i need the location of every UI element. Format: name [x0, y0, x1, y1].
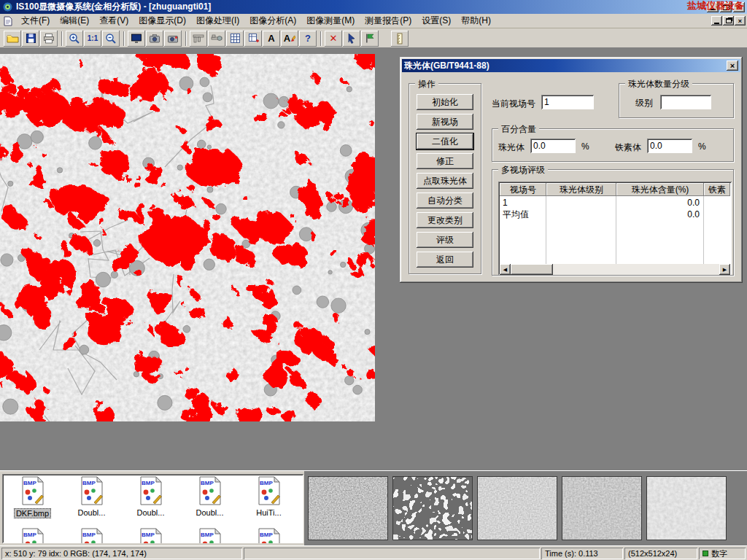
zoom-out-button[interactable] [102, 31, 120, 47]
pointer-button[interactable] [343, 31, 360, 47]
mdi-restore-button[interactable] [723, 16, 734, 26]
menu-image-measure[interactable]: 图像测量(M) [301, 13, 360, 28]
col-pearlite-content[interactable]: 珠光体含量(%) [616, 183, 704, 196]
grading-group: 珠光体数量分级 级别 [619, 83, 734, 118]
file-item[interactable]: Doubl... [181, 476, 239, 518]
file-name: Doubl... [136, 508, 166, 517]
file-name: DKF.bmp [14, 508, 51, 518]
cursor-position-status: x: 510 y: 79 idx: 0 RGB: (174, 174, 174) [1, 548, 242, 559]
caliper-button[interactable] [190, 31, 207, 47]
pencil-icon [290, 35, 295, 42]
monitor-icon [131, 33, 142, 44]
minimize-button[interactable] [707, 2, 719, 12]
save-button[interactable] [22, 31, 39, 47]
measure-grid-button[interactable] [226, 31, 244, 47]
table-row[interactable]: 平均值 0.0 [500, 209, 730, 220]
mdi-close-icon: × [738, 18, 742, 25]
text-label-button[interactable]: A [263, 31, 280, 47]
file-item-partial[interactable] [63, 528, 120, 543]
zoom-in-button[interactable] [66, 31, 83, 47]
text-edit-button[interactable]: A [281, 31, 298, 47]
file-item-partial[interactable] [181, 528, 239, 543]
dialog-close-button[interactable]: × [727, 61, 738, 71]
scrollbar-thumb[interactable] [511, 264, 553, 275]
marker-button[interactable] [361, 31, 379, 47]
actual-size-button[interactable]: 1:1 [84, 31, 101, 47]
thumbnail-1[interactable] [308, 476, 388, 540]
camera-button[interactable] [146, 31, 163, 47]
thumbnail-5[interactable] [646, 476, 727, 540]
current-field-input[interactable] [541, 95, 594, 109]
table-header-row: 视场号 珠光体级别 珠光体含量(%) 铁素 [500, 183, 730, 196]
scrollbar-track[interactable] [553, 264, 719, 275]
pick-pearlite-button[interactable]: 点取珠光体 [417, 173, 473, 189]
capture-button[interactable] [164, 31, 182, 47]
scroll-left-button[interactable]: ◀ [500, 264, 511, 275]
file-item-partial[interactable] [240, 528, 298, 543]
print-button[interactable] [40, 31, 58, 47]
close-button[interactable]: × [733, 2, 745, 12]
grade-button[interactable]: 评级 [417, 232, 473, 248]
menu-settings[interactable]: 设置(S) [417, 13, 456, 28]
save-icon [26, 33, 36, 44]
thumbnail-4[interactable] [562, 476, 642, 540]
thumbnail-2[interactable] [392, 476, 473, 540]
file-item[interactable]: DKF.bmp [4, 476, 61, 518]
col-ferrite-cut[interactable]: 铁素 [704, 183, 730, 196]
file-item-partial[interactable] [122, 528, 179, 543]
bmp-file-icon [20, 476, 44, 505]
restore-button[interactable] [720, 2, 732, 12]
grid-add-button[interactable] [244, 31, 262, 47]
open-file-button[interactable] [4, 31, 21, 47]
auto-classify-button[interactable]: 自动分类 [417, 192, 473, 209]
dialog-close-icon: × [730, 61, 735, 70]
level-label: 级别 [635, 97, 653, 109]
col-pearlite-grade[interactable]: 珠光体级别 [546, 183, 616, 196]
level-input[interactable] [660, 95, 711, 109]
thumbnail-3[interactable] [477, 476, 557, 540]
menu-edit[interactable]: 编辑(E) [55, 13, 94, 28]
menu-measure-report[interactable]: 测量报告(P) [360, 13, 417, 28]
app-icon [2, 1, 13, 12]
menu-file[interactable]: 文件(F) [16, 13, 55, 28]
menu-image-analysis[interactable]: 图像分析(A) [244, 13, 301, 28]
scroll-right-button[interactable]: ▶ [719, 264, 730, 275]
operation-group-label: 操作 [415, 78, 438, 90]
file-item-partial[interactable] [4, 528, 61, 543]
child-window-icon[interactable] [3, 16, 13, 26]
pearlite-percent-input[interactable] [530, 139, 576, 153]
new-field-button[interactable]: 新视场 [417, 114, 473, 130]
title-bar: IS100显微摄像系统(金相分析版) - [zhuguangti01] × [0, 0, 747, 14]
file-item[interactable]: Doubl... [63, 476, 120, 518]
file-item[interactable]: HuiTi... [240, 476, 298, 518]
table-row[interactable]: 1 0.0 [500, 197, 730, 209]
ferrite-percent-input[interactable] [647, 139, 692, 153]
camera-icon [149, 33, 160, 44]
toolbar-separator [123, 31, 125, 46]
table-body: 1 0.0 平均值 0.0 [500, 196, 730, 264]
mdi-close-button[interactable]: × [735, 16, 746, 26]
ruler-button[interactable] [391, 31, 409, 47]
change-class-button[interactable]: 更改类别 [417, 212, 473, 228]
file-browser: DKF.bmp Doubl... Doubl... Doubl... HuiTi… [2, 474, 303, 543]
metallographic-image[interactable] [0, 54, 375, 421]
return-button[interactable]: 返回 [417, 252, 473, 268]
capture-icon [167, 33, 179, 44]
display-button[interactable] [128, 31, 145, 47]
micrometer-button[interactable] [208, 31, 225, 47]
col-field-number[interactable]: 视场号 [500, 183, 546, 196]
file-item[interactable]: Doubl... [122, 476, 179, 518]
delete-button[interactable]: ✕ [325, 31, 342, 47]
menu-help[interactable]: 帮助(H) [456, 13, 496, 28]
cell-grade [548, 197, 614, 209]
help-button[interactable]: ? [299, 31, 317, 47]
menu-image-processing[interactable]: 图像处理(I) [191, 13, 244, 28]
menu-view[interactable]: 查看(V) [94, 13, 133, 28]
mdi-minimize-button[interactable] [711, 16, 722, 26]
binarize-button[interactable]: 二值化 [417, 133, 473, 149]
mode-indicator-icon [703, 551, 708, 556]
initialize-button[interactable]: 初始化 [417, 94, 473, 110]
correct-button[interactable]: 修正 [417, 153, 473, 169]
menu-image-display[interactable]: 图像显示(D) [133, 13, 191, 28]
mdi-restore-icon [726, 18, 732, 23]
